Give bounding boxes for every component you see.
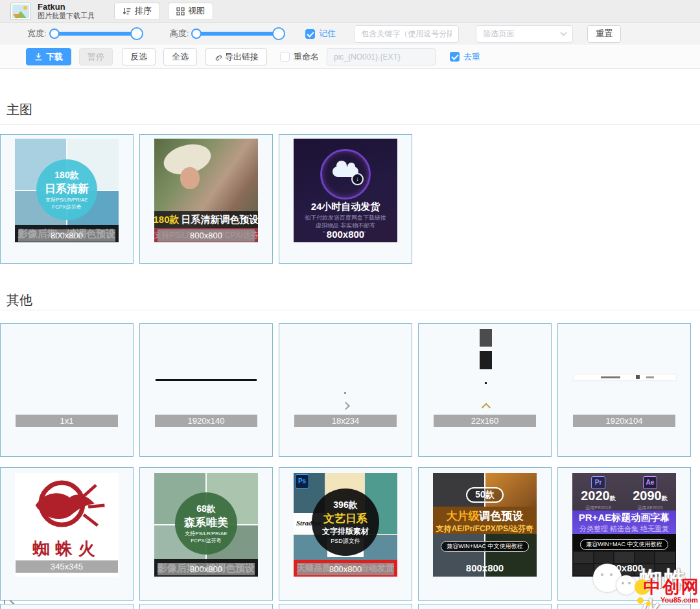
rename-checkbox[interactable] <box>280 52 290 62</box>
promo-sub: FCPX/达芬奇 <box>175 537 237 544</box>
page-filter-placeholder: 筛选页面 <box>483 29 514 40</box>
width-slider-min-handle[interactable] <box>49 29 60 39</box>
promo-count: 180款 <box>154 214 180 226</box>
image-card[interactable]: Stradiva 396款 文艺日系 文字排版素材 PSD源文件 Ps 天猫品质… <box>279 467 412 601</box>
grid-view-icon <box>176 7 185 16</box>
promo-sub: PSD源文件 <box>312 537 379 546</box>
size-badge: 18x234 <box>294 415 397 427</box>
app-subtitle: 图片批量下载工具 <box>38 12 95 19</box>
remember-label: 记住 <box>319 28 336 40</box>
pr-count: 2020 <box>581 488 610 503</box>
export-links-button[interactable]: 导出链接 <box>205 48 267 65</box>
app-title: Fatkun <box>38 3 95 12</box>
promo-title-hl: 大片级 <box>447 510 480 522</box>
image-card[interactable]: 180款 日系清新 支持PS/LR/PR/AE FCPX达芬奇 影像后期一键调色… <box>0 134 134 264</box>
logo-sun <box>23 6 27 10</box>
sort-icon <box>122 7 132 16</box>
image-card[interactable]: 180款 日系清新调色预设 支持PS/LR/PR/AE/FCPX/达芬奇 800… <box>139 134 273 264</box>
dedupe-checkbox[interactable] <box>450 52 460 62</box>
page-filter-select[interactable]: 筛选页面 <box>476 25 573 43</box>
promo-title: PR+AE标题动画字幕 <box>572 512 676 524</box>
promo-band: 大片级调色预设 支持AE/Pr/FCPX/PS/达芬奇 <box>433 507 537 534</box>
fatkun-window: Fatkun 图片批量下载工具 排序 视图 宽度: 高度: <box>0 0 700 609</box>
image-card[interactable]: 50款 大片级调色预设 支持AE/Pr/FCPX/PS/达芬奇 兼容WIN+MA… <box>418 467 552 601</box>
card-thumbnail: Stradiva 396款 文艺日系 文字排版素材 PSD源文件 Ps 天猫品质… <box>294 473 397 577</box>
select-all-button[interactable]: 全选 <box>163 48 197 65</box>
width-slider-max-handle[interactable] <box>130 27 143 40</box>
download-button-label: 下载 <box>46 51 63 63</box>
promo-count: 180款 <box>36 170 97 181</box>
app-titles: Fatkun 图片批量下载工具 <box>38 3 95 19</box>
link-icon <box>214 53 222 61</box>
image-card[interactable]: ↓ 24小时自动发货 拍下付款发送百度网盘下载链接 虚拟物品 非实物不邮寄 80… <box>279 134 412 264</box>
banner-strip <box>574 374 676 380</box>
image-card-partial[interactable] <box>279 604 412 609</box>
size-badge: 22x160 <box>434 415 536 427</box>
remember-checkbox[interactable] <box>305 29 315 39</box>
promo-title: 森系唯美 <box>175 515 237 530</box>
count-pill: 50款 <box>466 487 504 503</box>
pr-block: Pr 2020款 适用PR2018 <box>572 476 624 511</box>
width-range-slider[interactable] <box>53 32 137 36</box>
promo-sub: 支持AE/Pr/FCPX/PS/达芬奇 <box>433 523 537 534</box>
section-divider <box>0 124 700 125</box>
size-badge: 1920x104 <box>573 415 675 427</box>
height-label: 高度: <box>170 28 189 40</box>
dedupe-label: 去重 <box>463 51 480 63</box>
image-card[interactable]: 1920x140 <box>139 323 273 457</box>
image-card-partial[interactable] <box>557 604 691 609</box>
size-badge: 345x345 <box>16 560 118 573</box>
tiny-chevron <box>342 402 350 410</box>
select-all-label: 全选 <box>172 51 189 63</box>
image-card-partial[interactable] <box>139 604 273 609</box>
rename-pattern-input[interactable] <box>327 48 436 65</box>
sort-button-label: 排序 <box>135 5 152 17</box>
ae-block: Ae 2090款 适用AE2015 <box>624 476 676 511</box>
download-icon <box>34 52 43 61</box>
image-card-partial[interactable] <box>0 604 134 609</box>
face-shape <box>180 167 200 189</box>
section-title-other: 其他 <box>6 292 32 309</box>
banner-line <box>156 379 257 381</box>
image-card[interactable]: 68款 森系唯美 支持PS/LR/PR/AE FCPX/达芬奇 影像后期一键调色… <box>139 467 273 601</box>
app-header: Fatkun 图片批量下载工具 排序 视图 <box>0 0 700 23</box>
image-card[interactable]: 蜘蛛火 345x345 <box>0 467 134 601</box>
chevron-down-icon <box>560 32 567 36</box>
sprite-block <box>480 329 492 347</box>
tiny-chevron-up <box>482 403 491 412</box>
download-button[interactable]: 下载 <box>26 48 71 65</box>
height-slider-min-handle[interactable] <box>191 29 202 39</box>
promo-sub: 分类整理 精选合集 绝无重复 <box>572 524 676 534</box>
section-divider <box>0 310 700 310</box>
size-badge: 1920x140 <box>155 415 257 427</box>
image-card[interactable]: 1x1 <box>0 323 134 457</box>
strip-mark <box>646 376 654 378</box>
cloud-arrow-icon: ↓ <box>351 173 364 185</box>
size-badge: 800x800 <box>18 229 115 242</box>
height-range-slider[interactable] <box>195 32 279 36</box>
promo-title: 日系清新 <box>36 181 97 196</box>
card-thumbnail: ↓ 24小时自动发货 拍下付款发送百度网盘下载链接 虚拟物品 非实物不邮寄 <box>294 139 397 242</box>
tiny-dot <box>485 382 487 384</box>
image-card[interactable]: 1920x104 <box>557 323 691 457</box>
promo-title: 24小时自动发货 <box>294 201 397 213</box>
invert-selection-button[interactable]: 反选 <box>122 48 156 65</box>
sort-button[interactable]: 排序 <box>114 3 160 20</box>
tiny-dot <box>344 392 346 394</box>
keyword-input[interactable] <box>354 25 459 43</box>
view-button[interactable]: 视图 <box>168 3 213 20</box>
size-badge: 800x800 <box>297 228 394 240</box>
results-area: 主图 180款 日系清新 支持PS/LR/PR/AE FCPX达芬奇 影像后期一… <box>0 69 700 609</box>
promo-count: 396款 <box>312 500 379 511</box>
filter-bar: 宽度: 高度: 记住 筛选页面 重置 <box>0 23 700 45</box>
image-card[interactable]: Pr 2020款 适用PR2018 Ae 2090款 适用AE2015 PR+A… <box>557 467 691 601</box>
image-card[interactable]: 22x160 <box>418 323 552 457</box>
promo-circle: 180款 日系清新 支持PS/LR/PR/AE FCPX达芬奇 <box>36 159 97 220</box>
image-card[interactable]: 18x234 <box>279 323 412 457</box>
premiere-icon: Pr <box>591 476 605 489</box>
reset-button[interactable]: 重置 <box>587 25 621 43</box>
size-badge: 800x800 <box>158 229 255 242</box>
height-slider-max-handle[interactable] <box>272 27 285 40</box>
image-card-partial[interactable] <box>418 604 552 609</box>
card-thumbnail: 180款 日系清新调色预设 支持PS/LR/PR/AE/FCPX/达芬奇 <box>154 139 258 242</box>
